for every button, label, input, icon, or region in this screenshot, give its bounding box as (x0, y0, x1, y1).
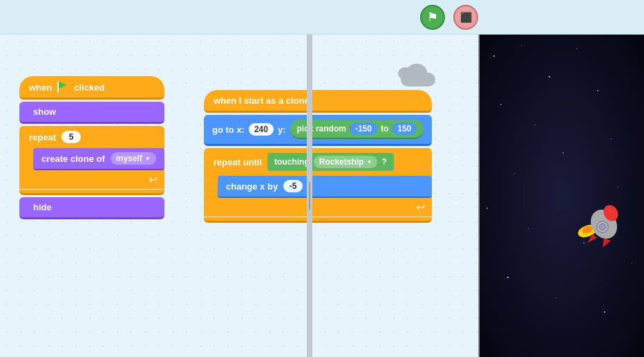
cloud-puff (398, 67, 413, 80)
stage-area (478, 35, 644, 357)
star (521, 45, 522, 46)
code-area: when clicked show repeat 5 (0, 35, 478, 357)
cloud-decoration (394, 62, 442, 93)
star (611, 138, 612, 139)
show-block[interactable]: show (19, 102, 164, 124)
svg-marker-9 (603, 238, 611, 248)
star (562, 152, 564, 154)
block-group-1: when clicked show repeat 5 (19, 76, 164, 219)
main-layout: when clicked show repeat 5 (0, 35, 644, 357)
star (486, 208, 488, 209)
loop-arrow-1: ↩ (19, 170, 164, 189)
star (556, 298, 556, 298)
stage-divider[interactable] (307, 35, 312, 357)
rocketship-dropdown[interactable]: Rocketship (314, 156, 378, 168)
hide-label: hide (33, 202, 52, 212)
cloud-shape (394, 62, 442, 86)
top-bar: ⚑ ⬛ (0, 0, 644, 35)
rocketship-label: Rocketship (319, 157, 364, 167)
goto-label: go to x: (212, 125, 245, 135)
star (549, 76, 550, 77)
myself-dropdown[interactable]: myself (111, 152, 156, 165)
create-clone-label: create clone of (41, 154, 105, 164)
repeat-label: repeat (29, 132, 56, 143)
random-from[interactable]: -150 (350, 122, 377, 135)
myself-label: myself (116, 154, 142, 163)
x-value[interactable]: 240 (249, 123, 274, 136)
svg-marker-1 (59, 82, 67, 89)
star (500, 104, 502, 105)
loop-arrow-2: ↩ (204, 198, 432, 217)
green-flag-button[interactable]: ⚑ (420, 5, 445, 30)
show-label: show (33, 107, 56, 117)
repeat-until-block[interactable]: repeat until touching Rocketship ? chang… (204, 148, 432, 217)
svg-rect-0 (57, 82, 59, 93)
when-clone-label: when I start as a clone (214, 95, 310, 106)
when-label: when (29, 82, 52, 93)
star (632, 263, 632, 264)
repeat-block[interactable]: repeat 5 create clone of myself ↩ (19, 126, 164, 189)
star (604, 311, 605, 313)
flag-icon (56, 82, 70, 93)
star (493, 55, 495, 57)
repeat-value[interactable]: 5 (61, 131, 81, 143)
star (597, 90, 598, 91)
pick-random-label: pick random (297, 124, 346, 134)
stop-button[interactable]: ⬛ (453, 5, 478, 30)
goto-block[interactable]: go to x: 240 y: pick random -150 to 150 (204, 115, 432, 146)
repeat-block-bottom (19, 190, 164, 195)
divider-handle (309, 182, 310, 210)
question-label: ? (381, 157, 386, 167)
star (507, 277, 509, 278)
when-flag-clicked-block[interactable]: when clicked (19, 76, 164, 100)
star (514, 173, 515, 174)
hide-block[interactable]: hide (19, 197, 164, 219)
create-clone-block[interactable]: create clone of myself (33, 148, 164, 170)
when-clone-block[interactable]: when I start as a clone (204, 90, 432, 113)
touching-label: touching (274, 157, 310, 167)
clicked-label: clicked (74, 82, 104, 93)
rocket-svg (568, 191, 630, 253)
block-group-2: when I start as a clone go to x: 240 y: … (204, 90, 432, 223)
star (576, 48, 577, 49)
star (618, 187, 618, 187)
repeat-until-block-bottom (204, 217, 432, 223)
to-label: to (381, 124, 388, 134)
star (535, 125, 536, 125)
rocket-sprite (568, 191, 623, 246)
svg-point-7 (599, 223, 606, 230)
y-label: y: (278, 125, 286, 135)
random-to[interactable]: 150 (392, 122, 417, 135)
star (528, 228, 529, 229)
change-x-block[interactable]: change x by -5 (218, 176, 432, 198)
repeat-until-label: repeat until (214, 157, 262, 167)
change-x-label: change x by (226, 181, 278, 192)
touching-block[interactable]: touching Rocketship ? (267, 153, 394, 171)
change-x-value[interactable]: -5 (283, 180, 303, 192)
